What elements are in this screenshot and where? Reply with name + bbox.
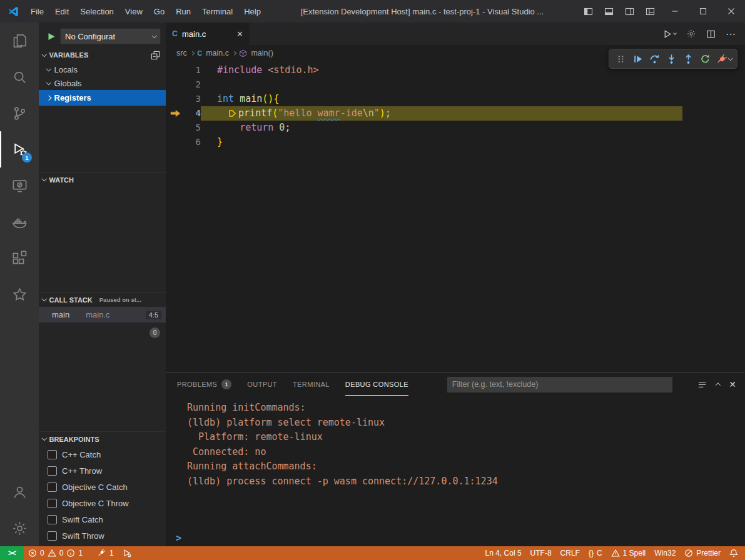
code-line[interactable]: 5 return 0;: [166, 121, 745, 135]
menu-file[interactable]: File: [25, 0, 49, 22]
tab-main-c[interactable]: C main.c ✕: [166, 22, 250, 45]
code-line[interactable]: 2: [166, 78, 745, 92]
start-debug-icon[interactable]: [48, 32, 56, 41]
more-actions-icon[interactable]: ⋯: [726, 28, 736, 40]
formatter-indicator[interactable]: Prettier: [680, 546, 725, 560]
manage-gear-icon[interactable]: [0, 510, 39, 546]
tab-output[interactable]: OUTPUT: [247, 373, 277, 396]
toggle-secondary-sidebar-icon[interactable]: [619, 0, 640, 22]
debug-config-dropdown[interactable]: No Configurat: [60, 28, 161, 44]
menu-go[interactable]: Go: [148, 0, 170, 22]
run-and-debug-icon[interactable]: 1: [0, 131, 39, 168]
variables-registers-row[interactable]: Registers: [39, 90, 166, 106]
docker-icon[interactable]: [0, 204, 39, 240]
checkbox[interactable]: [48, 466, 57, 476]
console-input[interactable]: >: [166, 530, 745, 546]
variables-locals-row[interactable]: Locals: [39, 62, 166, 76]
remote-indicator[interactable]: ><: [0, 546, 24, 560]
step-over-icon[interactable]: [646, 50, 663, 68]
glyph-margin[interactable]: [166, 78, 185, 92]
language-mode[interactable]: {}C: [584, 546, 607, 560]
maximize-panel-icon[interactable]: [716, 383, 721, 388]
checkbox[interactable]: [48, 482, 57, 492]
customize-layout-icon[interactable]: [640, 0, 661, 22]
breakpoint-row[interactable]: C++ Catch: [39, 446, 166, 462]
cursor-position[interactable]: Ln 4, Col 5: [481, 546, 526, 560]
step-out-icon[interactable]: [680, 50, 697, 68]
breakpoint-row[interactable]: Swift Catch: [39, 511, 166, 528]
eol-indicator[interactable]: CRLF: [556, 546, 584, 560]
breakpoint-row[interactable]: Objective C Catch: [39, 479, 166, 495]
glyph-margin[interactable]: [166, 121, 185, 135]
breakpoint-row[interactable]: C++ Throw: [39, 462, 166, 479]
tab-close-icon[interactable]: ✕: [236, 29, 243, 39]
menu-view[interactable]: View: [119, 0, 148, 22]
code-text[interactable]: printf("hello wamr-ide\n");: [201, 106, 682, 121]
watch-section-header[interactable]: WATCH: [39, 172, 166, 187]
code-text[interactable]: }: [201, 135, 745, 149]
console-lines-icon[interactable]: [697, 380, 707, 389]
maximize-button[interactable]: [689, 0, 717, 22]
code-text[interactable]: return 0;: [201, 121, 745, 135]
encoding-indicator[interactable]: UTF-8: [526, 546, 556, 560]
code-line[interactable]: 6 }: [166, 135, 745, 149]
console-filter-input[interactable]: [447, 377, 672, 392]
tab-terminal[interactable]: TERMINAL: [293, 373, 330, 396]
code-line[interactable]: 3 int main(){: [166, 92, 745, 106]
breakpoint-row[interactable]: Objective C Throw: [39, 495, 166, 511]
checkbox[interactable]: [48, 499, 57, 508]
checkbox[interactable]: [48, 531, 57, 541]
problems-status[interactable]: 0 0 1: [24, 546, 87, 560]
code-text[interactable]: [201, 78, 745, 92]
platform-indicator[interactable]: Win32: [650, 546, 680, 560]
tab-problems[interactable]: PROBLEMS1: [177, 373, 231, 396]
checkbox[interactable]: [48, 515, 57, 524]
spell-checker-status[interactable]: 1 Spell: [607, 546, 651, 560]
glyph-margin[interactable]: [166, 135, 185, 149]
close-panel-icon[interactable]: ✕: [729, 379, 736, 389]
inline-breakpoint-icon[interactable]: [228, 109, 236, 118]
menu-terminal[interactable]: Terminal: [196, 0, 238, 22]
star-icon[interactable]: [0, 276, 39, 312]
split-editor-icon[interactable]: [706, 29, 716, 39]
accounts-icon[interactable]: [0, 474, 39, 510]
minimize-button[interactable]: [661, 0, 689, 22]
explorer-icon[interactable]: [0, 22, 39, 59]
menu-selection[interactable]: Selection: [74, 0, 119, 22]
call-stack-frame-row[interactable]: main main.c 4:5: [39, 307, 166, 322]
code-line-current[interactable]: 4 printf("hello wamr-ide\n");: [166, 106, 745, 121]
toggle-panel-icon[interactable]: [599, 0, 619, 22]
code-editor[interactable]: 1 #include <stdio.h> 2 3 int main(){ 4 p…: [166, 61, 745, 372]
debug-status-icon[interactable]: [118, 546, 136, 560]
menu-help[interactable]: Help: [238, 0, 266, 22]
tab-debug-console[interactable]: DEBUG CONSOLE: [345, 373, 408, 396]
breadcrumb-file[interactable]: main.c: [206, 49, 229, 58]
toggle-sidebar-icon[interactable]: [578, 0, 599, 22]
search-icon[interactable]: [0, 59, 39, 95]
menu-edit[interactable]: Edit: [49, 0, 74, 22]
toolbar-drag-handle-icon[interactable]: [612, 50, 629, 68]
ports-status[interactable]: 1: [93, 546, 118, 560]
editor-gear-icon[interactable]: [686, 29, 696, 39]
menu-run[interactable]: Run: [170, 0, 196, 22]
close-window-button[interactable]: [717, 0, 745, 22]
checkbox[interactable]: [48, 450, 57, 459]
remote-explorer-icon[interactable]: [0, 168, 39, 204]
glyph-margin[interactable]: [166, 63, 185, 78]
variables-globals-row[interactable]: Globals: [39, 76, 166, 90]
disconnect-icon[interactable]: [714, 50, 731, 68]
collapse-all-icon[interactable]: [151, 51, 160, 60]
step-into-icon[interactable]: [663, 50, 680, 68]
extensions-icon[interactable]: [0, 240, 39, 276]
breadcrumb-symbol[interactable]: main(): [251, 49, 273, 58]
restart-icon[interactable]: [697, 50, 714, 68]
continue-icon[interactable]: [629, 50, 646, 68]
code-text[interactable]: int main(){: [201, 92, 745, 106]
breakpoint-row[interactable]: Swift Throw: [39, 528, 166, 544]
source-control-icon[interactable]: [0, 95, 39, 131]
notifications-bell-icon[interactable]: [725, 546, 742, 560]
breadcrumb-folder[interactable]: src: [176, 49, 187, 58]
current-instruction-arrow-icon[interactable]: [166, 106, 185, 121]
variables-section-header[interactable]: VARIABLES: [39, 48, 166, 62]
call-stack-section-header[interactable]: CALL STACK Paused on st...: [39, 292, 166, 307]
